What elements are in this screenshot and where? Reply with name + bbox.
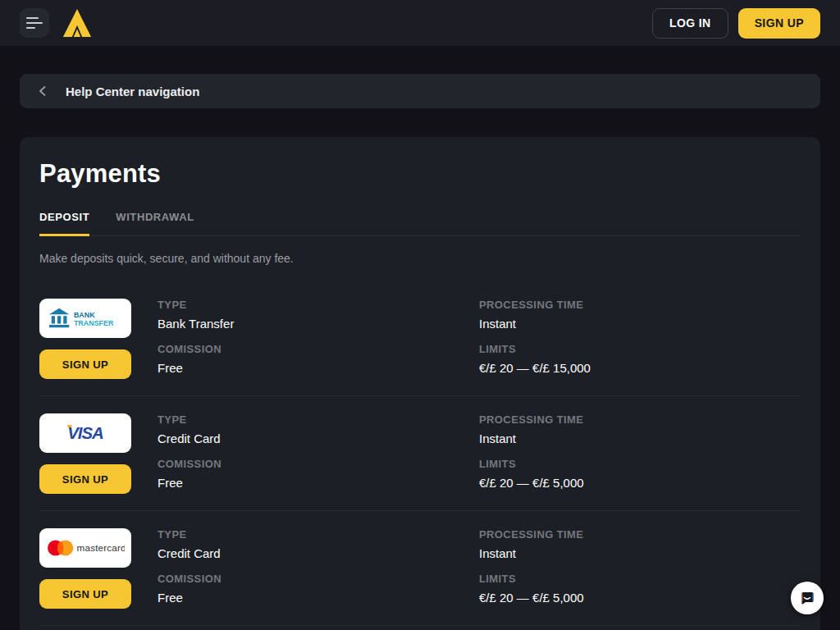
payment-row-mastercard: mastercard SIGN UP TYPE Credit Card COMI…: [39, 511, 801, 626]
commission-value: Free: [158, 591, 479, 605]
type-label: TYPE: [158, 299, 479, 311]
hamburger-menu-icon[interactable]: [20, 8, 49, 38]
row-left-column: BANK TRANSFER SIGN UP: [39, 299, 131, 379]
bank-transfer-logo-icon: BANK TRANSFER: [48, 307, 122, 330]
field-commission: COMISSION Free: [158, 573, 479, 605]
field-limits: LIMITS €/£ 20 — €/£ 15,000: [479, 343, 801, 375]
signup-button-bank-transfer[interactable]: SIGN UP: [39, 349, 131, 379]
chat-bubble-icon: [798, 589, 816, 607]
help-center-nav-bar[interactable]: Help Center navigation: [20, 74, 820, 108]
brand-logo[interactable]: [61, 7, 94, 39]
row-left-column: mastercard SIGN UP: [39, 528, 131, 609]
type-label: TYPE: [158, 413, 479, 426]
row-fields: TYPE Credit Card COMISSION Free PROCESSI…: [158, 528, 801, 609]
field-commission: COMISSION Free: [158, 458, 479, 490]
visa-logo-icon: VISA: [57, 423, 113, 443]
back-chevron-icon[interactable]: [33, 81, 52, 101]
svg-text:VISA: VISA: [67, 424, 103, 442]
payment-methods-list: BANK TRANSFER SIGN UP TYPE Bank Transfer…: [39, 281, 801, 630]
deposit-description: Make deposits quick, secure, and without…: [39, 252, 801, 265]
limits-label: LIMITS: [479, 573, 801, 585]
field-limits: LIMITS €/£ 20 — €/£ 5,000: [479, 573, 801, 605]
processing-time-value: Instant: [479, 431, 801, 445]
type-label: TYPE: [158, 528, 479, 541]
field-type: TYPE Credit Card: [158, 413, 479, 445]
limits-value: €/£ 20 — €/£ 5,000: [479, 591, 801, 605]
payment-row-visa: VISA SIGN UP TYPE Credit Card COMISSION …: [39, 396, 801, 511]
tab-deposit[interactable]: DEPOSIT: [39, 211, 89, 236]
commission-label: COMISSION: [158, 343, 479, 355]
type-value: Bank Transfer: [158, 317, 479, 331]
processing-time-label: PROCESSING TIME: [479, 528, 801, 541]
row-fields: TYPE Bank Transfer COMISSION Free PROCES…: [158, 299, 801, 379]
commission-value: Free: [158, 476, 479, 490]
a-logo-icon: [62, 7, 93, 39]
mastercard-logo-icon: mastercard: [46, 537, 125, 559]
processing-time-value: Instant: [479, 546, 801, 560]
limits-value: €/£ 20 — €/£ 5,000: [479, 476, 801, 490]
commission-label: COMISSION: [158, 458, 479, 470]
payments-card: Payments DEPOSIT WITHDRAWAL Make deposit…: [20, 137, 820, 630]
login-button[interactable]: LOG IN: [652, 8, 728, 39]
chat-launcher-button[interactable]: [791, 582, 824, 614]
field-processing-time: PROCESSING TIME Instant: [479, 413, 801, 445]
processing-time-label: PROCESSING TIME: [479, 413, 801, 426]
field-commission: COMISSION Free: [158, 343, 479, 375]
payment-row-bank-transfer: BANK TRANSFER SIGN UP TYPE Bank Transfer…: [39, 281, 801, 396]
svg-text:BANK: BANK: [74, 311, 95, 319]
processing-time-value: Instant: [479, 317, 801, 331]
page-title: Payments: [39, 159, 801, 189]
limits-label: LIMITS: [479, 343, 801, 355]
mastercard-logo: mastercard: [39, 528, 131, 568]
signup-button-header[interactable]: SIGN UP: [738, 8, 820, 39]
field-processing-time: PROCESSING TIME Instant: [479, 528, 801, 560]
top-header: LOG IN SIGN UP: [0, 0, 840, 46]
row-fields: TYPE Credit Card COMISSION Free PROCESSI…: [158, 413, 801, 494]
type-value: Credit Card: [158, 431, 479, 445]
field-limits: LIMITS €/£ 20 — €/£ 5,000: [479, 458, 801, 490]
payments-tabs: DEPOSIT WITHDRAWAL: [39, 211, 801, 236]
signup-button-mastercard[interactable]: SIGN UP: [39, 579, 131, 609]
svg-text:mastercard: mastercard: [77, 542, 125, 553]
limits-value: €/£ 20 — €/£ 15,000: [479, 361, 801, 375]
field-processing-time: PROCESSING TIME Instant: [479, 299, 801, 331]
processing-time-label: PROCESSING TIME: [479, 299, 801, 311]
bank-transfer-logo: BANK TRANSFER: [39, 299, 131, 338]
type-value: Credit Card: [158, 546, 479, 560]
field-type: TYPE Bank Transfer: [158, 299, 479, 331]
signup-button-visa[interactable]: SIGN UP: [39, 464, 131, 494]
commission-value: Free: [158, 361, 479, 375]
help-nav-title: Help Center navigation: [66, 84, 199, 98]
commission-label: COMISSION: [158, 573, 479, 585]
visa-logo: VISA: [39, 413, 131, 453]
row-left-column: VISA SIGN UP: [39, 413, 131, 494]
limits-label: LIMITS: [479, 458, 801, 470]
field-type: TYPE Credit Card: [158, 528, 479, 560]
tab-withdrawal[interactable]: WITHDRAWAL: [116, 211, 194, 236]
payment-row-partial: [39, 626, 801, 630]
svg-text:TRANSFER: TRANSFER: [74, 319, 114, 327]
